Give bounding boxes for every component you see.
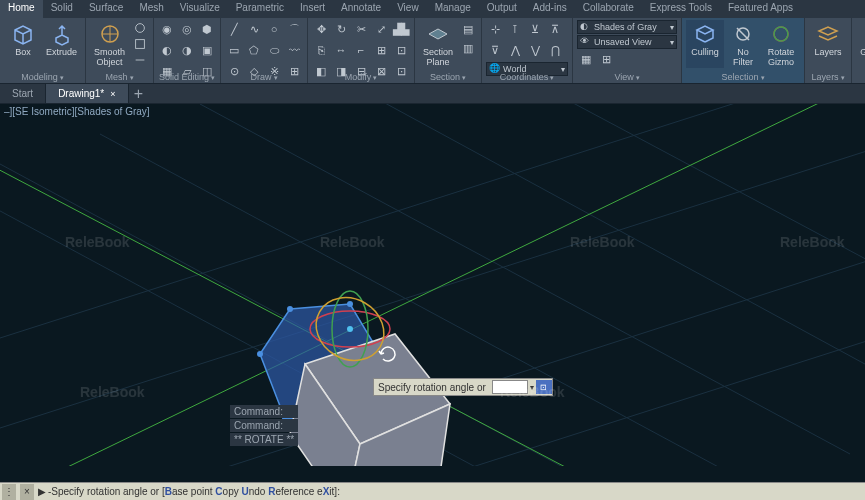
draw-ellipse[interactable]: ⬭ — [265, 41, 283, 59]
draw-line[interactable]: ╱ — [225, 20, 243, 38]
draw-arc[interactable]: ⌒ — [285, 20, 303, 38]
ucs-8[interactable]: ⋂ — [546, 41, 564, 59]
panel-label-view[interactable]: View — [573, 72, 681, 82]
modify-copy[interactable]: ⎘ — [312, 41, 330, 59]
mesh-tool-3[interactable] — [131, 53, 149, 68]
tab-mesh[interactable]: Mesh — [131, 0, 171, 18]
svg-point-18 — [257, 351, 263, 357]
nofilter-button[interactable]: No Filter — [724, 20, 762, 68]
close-icon[interactable]: × — [110, 89, 115, 99]
doc-tab-start[interactable]: Start — [0, 84, 46, 103]
solid-edit-5[interactable]: ◑ — [178, 41, 196, 59]
angle-input[interactable] — [492, 380, 528, 394]
panel-label-layers[interactable]: Layers — [805, 72, 851, 82]
svg-point-1 — [136, 23, 145, 32]
cmd-handle-icon[interactable]: ⋮ — [2, 484, 16, 500]
view-tool-1[interactable]: ▦ — [577, 50, 595, 68]
tab-express[interactable]: Express Tools — [642, 0, 720, 18]
view-icon: 👁 — [580, 36, 592, 48]
smooth-button[interactable]: Smooth Object — [90, 20, 129, 68]
draw-rect[interactable]: ▭ — [225, 41, 243, 59]
ucs-2[interactable]: ⊺ — [506, 20, 524, 38]
tab-addins[interactable]: Add-ins — [525, 0, 575, 18]
solid-edit-6[interactable]: ▣ — [198, 41, 216, 59]
panel-layers: Layers Layers — [805, 18, 852, 83]
svg-line-12 — [350, 104, 865, 394]
culling-button[interactable]: Culling — [686, 20, 724, 68]
modify-trim[interactable]: ✂ — [352, 20, 370, 38]
section-plane-icon — [426, 22, 450, 46]
section-tool-2[interactable]: ▥ — [459, 39, 477, 57]
solid-edit-2[interactable]: ◎ — [178, 20, 196, 38]
tab-view[interactable]: View — [389, 0, 427, 18]
visual-style-dropdown[interactable]: ◐ Shades of Gray — [577, 20, 677, 34]
panel-label-modeling[interactable]: Modeling — [0, 72, 85, 82]
extrude-button[interactable]: Extrude — [42, 20, 81, 68]
section-tool-1[interactable]: ▤ — [459, 20, 477, 38]
doc-tab-drawing[interactable]: Drawing1*× — [46, 84, 128, 103]
view-tool-2[interactable]: ⊞ — [597, 50, 615, 68]
box-button[interactable]: Box — [4, 20, 42, 68]
viewport[interactable]: –][SE Isometric][Shades of Gray] — [0, 104, 865, 466]
ucs-7[interactable]: ⋁ — [526, 41, 544, 59]
tab-insert[interactable]: Insert — [292, 0, 333, 18]
tab-solid[interactable]: Solid — [43, 0, 81, 18]
draw-spline[interactable]: 〰 — [285, 41, 303, 59]
tab-visualize[interactable]: Visualize — [172, 0, 228, 18]
svg-rect-2 — [136, 40, 145, 49]
tab-output[interactable]: Output — [479, 0, 525, 18]
tab-featured[interactable]: Featured Apps — [720, 0, 801, 18]
groups-button[interactable]: Groups — [856, 20, 865, 68]
draw-circle[interactable]: ○ — [265, 20, 283, 38]
modify-rotate[interactable]: ↻ — [332, 20, 350, 38]
panel-label-coordinates[interactable]: Coordinates — [482, 72, 572, 82]
cmd-close-icon[interactable]: × — [20, 484, 34, 500]
panel-label-draw[interactable]: Draw — [221, 72, 307, 82]
modify-fillet[interactable]: ⌐ — [352, 41, 370, 59]
tab-home[interactable]: Home — [0, 0, 43, 18]
panel-section: Section Plane ▤ ▥ Section — [415, 18, 482, 83]
tab-surface[interactable]: Surface — [81, 0, 131, 18]
draw-polyline[interactable]: ∿ — [245, 20, 263, 38]
solid-edit-1[interactable]: ◉ — [158, 20, 176, 38]
box-icon — [11, 22, 35, 46]
section-plane-button[interactable]: Section Plane — [419, 20, 457, 68]
tab-annotate[interactable]: Annotate — [333, 0, 389, 18]
modify-mirror[interactable]: ▟▙ — [392, 20, 410, 38]
saved-view-dropdown[interactable]: 👁 Unsaved View — [577, 35, 677, 49]
tab-manage[interactable]: Manage — [427, 0, 479, 18]
panel-label-selection[interactable]: Selection — [682, 72, 804, 82]
modify-move[interactable]: ✥ — [312, 20, 330, 38]
shades-icon: ◐ — [580, 21, 592, 33]
panel-groups: Groups — [852, 18, 865, 83]
command-line[interactable]: ⋮ × ▶ -Specify rotation angle or [Base p… — [0, 482, 865, 500]
svg-line-16 — [50, 244, 865, 466]
panel-label-mesh[interactable]: Mesh — [86, 72, 153, 82]
panel-selection: Culling No Filter Rotate Gizmo Selection — [682, 18, 805, 83]
solid-edit-4[interactable]: ◐ — [158, 41, 176, 59]
modify-array[interactable]: ⊞ — [372, 41, 390, 59]
modify-tool-10[interactable]: ⊡ — [392, 41, 410, 59]
panel-label-modify[interactable]: Modify — [308, 72, 414, 82]
ucs-1[interactable]: ⊹ — [486, 20, 504, 38]
tab-parametric[interactable]: Parametric — [228, 0, 292, 18]
panel-label-solid-editing[interactable]: Solid Editing — [154, 72, 220, 82]
ucs-5[interactable]: ⊽ — [486, 41, 504, 59]
ucs-4[interactable]: ⊼ — [546, 20, 564, 38]
modify-stretch[interactable]: ↔ — [332, 41, 350, 59]
command-history: Command: Command: ** ROTATE ** — [230, 404, 298, 446]
rotate-gizmo-button[interactable]: Rotate Gizmo — [762, 20, 800, 68]
tooltip-text: Specify rotation angle or — [374, 382, 490, 393]
layers-button[interactable]: Layers — [809, 20, 847, 68]
tab-collaborate[interactable]: Collaborate — [575, 0, 642, 18]
ucs-3[interactable]: ⊻ — [526, 20, 544, 38]
panel-modeling: Box Extrude Modeling — [0, 18, 86, 83]
draw-poly[interactable]: ⬠ — [245, 41, 263, 59]
mesh-tool-2[interactable] — [131, 36, 149, 51]
modify-scale[interactable]: ⤢ — [372, 20, 390, 38]
add-tab-button[interactable]: + — [129, 84, 149, 103]
ucs-6[interactable]: ⋀ — [506, 41, 524, 59]
solid-edit-3[interactable]: ⬢ — [198, 20, 216, 38]
panel-label-section[interactable]: Section — [415, 72, 481, 82]
mesh-tool-1[interactable] — [131, 20, 149, 35]
